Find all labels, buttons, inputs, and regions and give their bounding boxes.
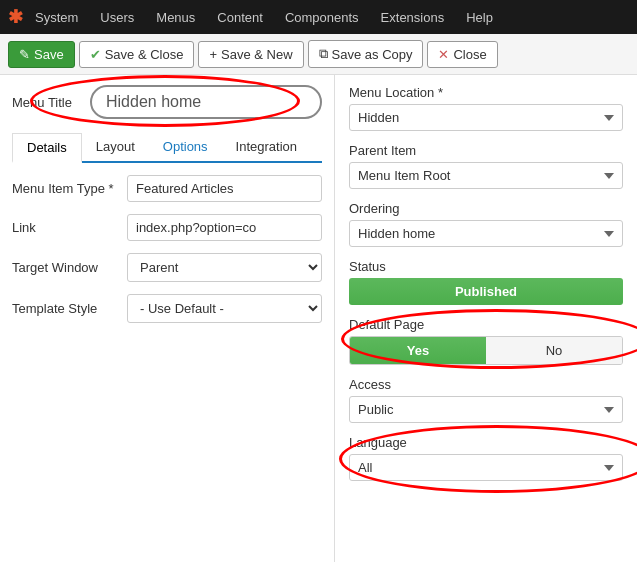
navbar-item-help[interactable]: Help [456,6,503,29]
menu-location-label: Menu Location * [349,85,623,100]
navbar-item-components[interactable]: Components [275,6,369,29]
ordering-label: Ordering [349,201,623,216]
target-window-select[interactable]: Parent [127,253,322,282]
menu-title-input[interactable] [90,85,322,119]
default-page-yes-button[interactable]: Yes [350,337,486,364]
default-page-row: Default Page Yes No [349,317,623,365]
tab-layout[interactable]: Layout [82,133,149,161]
tab-integration[interactable]: Integration [222,133,311,161]
menu-title-row: Menu Title [12,85,322,119]
default-page-toggle: Yes No [349,336,623,365]
menu-title-label: Menu Title [12,95,82,110]
parent-item-select[interactable]: Menu Item Root [349,162,623,189]
right-panel: Menu Location * Hidden Parent Item Menu … [335,75,637,562]
language-row: Language All [349,435,623,481]
check-icon: ✔ [90,47,101,62]
link-row: Link [12,214,322,241]
parent-item-row: Parent Item Menu Item Root [349,143,623,189]
navbar: ✱ System Users Menus Content Components … [0,0,637,34]
close-icon: ✕ [438,47,449,62]
menu-location-select[interactable]: Hidden [349,104,623,131]
language-label: Language [349,435,623,450]
status-row: Status Published [349,259,623,305]
tab-details[interactable]: Details [12,133,82,163]
menu-location-row: Menu Location * Hidden [349,85,623,131]
navbar-item-content[interactable]: Content [207,6,273,29]
access-select[interactable]: Public [349,396,623,423]
link-input[interactable] [127,214,322,241]
access-label: Access [349,377,623,392]
link-label: Link [12,220,127,235]
navbar-item-extensions[interactable]: Extensions [371,6,455,29]
tab-options[interactable]: Options [149,133,222,161]
left-panel: Menu Title Details Layout Options Integr… [0,75,335,562]
template-style-row: Template Style - Use Default - [12,294,322,323]
ordering-row: Ordering Hidden home [349,201,623,247]
plus-icon: + [209,47,217,62]
joomla-logo-icon: ✱ [8,6,23,28]
parent-item-label: Parent Item [349,143,623,158]
default-page-no-button[interactable]: No [486,337,622,364]
save-new-button[interactable]: + Save & New [198,41,303,68]
navbar-item-users[interactable]: Users [90,6,144,29]
toolbar: ✎ Save ✔ Save & Close + Save & New ⧉ Sav… [0,34,637,75]
language-select[interactable]: All [349,454,623,481]
target-window-label: Target Window [12,260,127,275]
status-button[interactable]: Published [349,278,623,305]
default-page-label: Default Page [349,317,623,332]
template-style-select[interactable]: - Use Default - [127,294,322,323]
menu-item-type-label: Menu Item Type * [12,181,127,196]
main-layout: Menu Title Details Layout Options Integr… [0,75,637,562]
menu-item-type-row: Menu Item Type * [12,175,322,202]
navbar-item-system[interactable]: System [25,6,88,29]
menu-item-type-input[interactable] [127,175,322,202]
save-copy-button[interactable]: ⧉ Save as Copy [308,40,424,68]
status-label: Status [349,259,623,274]
ordering-select[interactable]: Hidden home [349,220,623,247]
save-close-button[interactable]: ✔ Save & Close [79,41,195,68]
tabs: Details Layout Options Integration [12,133,322,163]
copy-icon: ⧉ [319,46,328,62]
save-icon: ✎ [19,47,30,62]
access-row: Access Public [349,377,623,423]
save-button[interactable]: ✎ Save [8,41,75,68]
target-window-row: Target Window Parent [12,253,322,282]
navbar-item-menus[interactable]: Menus [146,6,205,29]
close-button[interactable]: ✕ Close [427,41,497,68]
template-style-label: Template Style [12,301,127,316]
